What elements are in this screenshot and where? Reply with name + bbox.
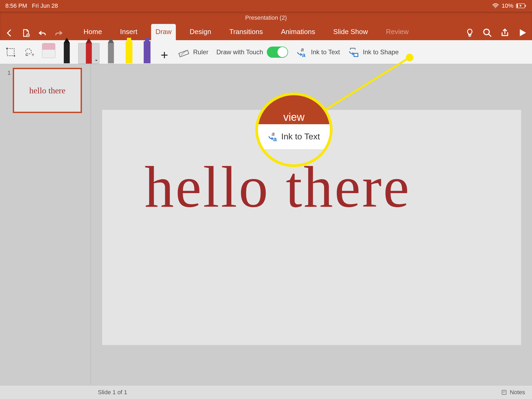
tab-home[interactable]: Home [79,24,106,40]
ink-to-text-label: Ink to Text [311,48,340,56]
back-icon[interactable] [5,28,14,38]
slide-counter: Slide 1 of 1 [98,389,127,396]
pen-black[interactable] [60,43,73,64]
svg-rect-3 [517,4,518,7]
draw-with-touch-label: Draw with Touch [216,48,263,56]
status-battery-pct: 10% [502,2,513,9]
tab-slide-show[interactable]: Slide Show [329,24,372,40]
notes-button[interactable]: Notes [501,389,525,396]
status-footer: Slide 1 of 1 Notes [0,385,532,399]
thumbnail-frame[interactable]: hello there [13,68,82,113]
ink-to-text-icon: a a [296,47,307,58]
svg-rect-10 [126,41,132,63]
svg-rect-6 [7,48,14,56]
slide-canvas[interactable]: hello there [102,110,521,345]
tab-animations[interactable]: Animations [277,24,319,40]
thumbnail-handwriting: hello there [29,86,65,95]
workspace: 1 hello there hello there [0,64,532,385]
highlighter-yellow[interactable] [122,43,136,64]
document-title: Presentation (2) [245,14,287,21]
pen-tray: + [42,40,170,64]
tell-me-icon[interactable] [465,28,475,38]
svg-rect-11 [127,38,131,42]
status-date: Fri Jun 28 [32,2,58,9]
draw-ribbon-toolbar: + + Ruler Draw with Touch [0,40,532,64]
ruler-label: Ruler [193,48,208,56]
app-header: Presentation (2) Home Insert Draw Design… [0,12,532,40]
pen-red[interactable] [78,43,99,64]
svg-rect-12 [144,41,151,63]
draw-with-touch-toggle[interactable]: Draw with Touch [216,47,288,58]
notes-icon [501,389,507,396]
notes-label: Notes [510,389,525,396]
ink-to-shape-label: Ink to Shape [363,48,399,56]
wifi-icon [492,3,499,9]
tab-transitions[interactable]: Transitions [225,24,267,40]
ipad-status-bar: 8:56 PM Fri Jun 28 10% [0,0,532,12]
svg-text:a: a [302,52,306,58]
tab-draw[interactable]: Draw [151,24,176,40]
status-time: 8:56 PM [5,2,27,9]
pencil-gray[interactable] [104,43,118,64]
share-icon[interactable] [500,28,510,38]
search-icon[interactable] [483,28,492,38]
file-actions-icon[interactable] [21,28,30,38]
thumbnail-index: 1 [7,69,11,76]
svg-point-0 [495,7,496,8]
add-pen-button[interactable]: + [159,48,170,62]
ink-to-shape-button[interactable]: Ink to Shape [348,47,399,58]
eraser-tool[interactable] [42,43,55,64]
slide-thumbnail[interactable]: 1 hello there [4,68,87,113]
svg-rect-2 [525,5,526,7]
svg-rect-13 [145,38,149,42]
svg-rect-17 [354,53,358,56]
draw-with-touch-switch[interactable] [267,47,288,58]
undo-icon[interactable] [38,28,47,38]
thumbnail-panel[interactable]: 1 hello there [0,64,91,385]
svg-text:+: + [31,52,34,57]
ruler-button[interactable]: Ruler [178,47,208,58]
lasso-select-button[interactable]: + [23,47,34,57]
ink-to-text-button[interactable]: a a Ink to Text [296,47,340,58]
tab-design[interactable]: Design [185,24,215,40]
svg-rect-7 [6,48,7,49]
svg-rect-8 [14,55,15,56]
present-icon[interactable] [518,28,527,38]
redo-icon[interactable] [54,28,63,38]
tab-review[interactable]: Review [382,24,413,40]
ink-to-shape-icon [348,47,359,58]
highlighter-purple[interactable] [140,43,154,64]
slide-handwriting: hello there [145,158,411,216]
marquee-select-button[interactable] [5,47,16,57]
battery-charging-icon [516,3,527,9]
svg-rect-18 [502,390,506,394]
slide-stage[interactable]: hello there [91,64,532,385]
